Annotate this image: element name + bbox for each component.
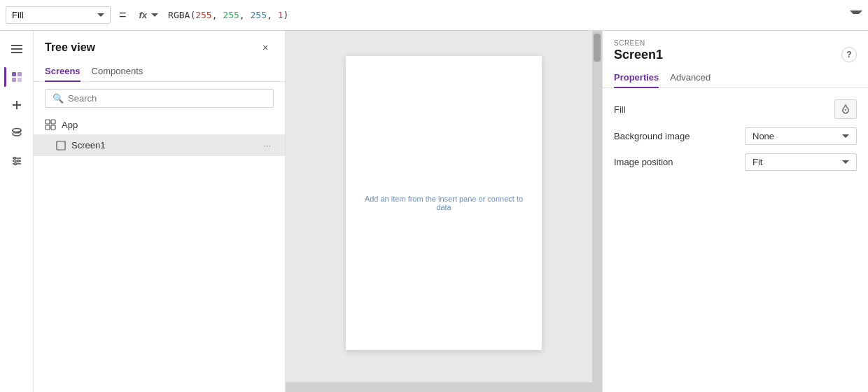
rgba-comma2: , [239, 10, 251, 20]
fx-button[interactable]: fx [135, 10, 163, 20]
settings-icon-btn[interactable] [4, 148, 29, 174]
tab-components[interactable]: Components [92, 62, 144, 82]
rgba-prefix: RGBA( [168, 10, 195, 20]
search-input[interactable] [68, 93, 266, 104]
svg-rect-1 [18, 72, 22, 76]
props-content: Fill Background image None Image posi [603, 88, 868, 182]
screen1-label: Screen1 [71, 140, 255, 150]
add-icon [10, 99, 23, 111]
props-header: SCREEN Screen1 ? [603, 31, 868, 62]
canvas-area: Add an item from the insert pane or conn… [286, 31, 602, 392]
property-label: Fill [12, 10, 24, 20]
app-label: App [62, 120, 274, 130]
fx-chevron [151, 13, 158, 17]
rgba-g: 255 [223, 10, 239, 20]
screen-type-label: SCREEN [614, 39, 857, 47]
background-image-label: Background image [614, 131, 745, 141]
tree-item-app[interactable]: App [34, 115, 285, 134]
layers-icon [10, 71, 23, 83]
image-position-select[interactable]: Fit [745, 153, 857, 171]
tree-panel: Tree view × Screens Components 🔍 [34, 31, 286, 392]
tab-screens[interactable]: Screens [45, 62, 80, 82]
rgba-r: 255 [195, 10, 211, 20]
sidebar-icons [0, 31, 34, 392]
property-selector-chevron [97, 13, 104, 17]
image-position-value: Fit [752, 157, 762, 167]
svg-rect-14 [51, 120, 55, 124]
canvas-hint: Add an item from the insert pane or conn… [346, 181, 542, 225]
image-position-chevron [842, 160, 849, 164]
close-icon: × [262, 42, 268, 53]
image-position-label: Image position [614, 157, 745, 167]
svg-rect-2 [12, 78, 16, 82]
svg-point-10 [13, 158, 15, 160]
properties-panel: SCREEN Screen1 ? Properties Advanced Fil… [602, 31, 868, 392]
data-icon [10, 127, 23, 139]
screen-icon [56, 141, 66, 150]
svg-rect-17 [57, 141, 65, 150]
props-tabs: Properties Advanced [603, 62, 868, 88]
svg-rect-15 [46, 125, 50, 130]
canvas-scrollbar-vertical[interactable] [592, 31, 602, 392]
svg-rect-0 [12, 72, 16, 76]
tree-items: App Screen1 ··· [34, 115, 285, 392]
insert-icon-btn[interactable] [4, 92, 29, 118]
data-icon-btn[interactable] [4, 120, 29, 146]
fill-row: Fill [614, 99, 857, 119]
background-image-row: Background image None [614, 127, 857, 145]
help-button[interactable]: ? [841, 47, 857, 62]
svg-rect-3 [18, 78, 22, 82]
image-position-row: Image position Fit [614, 153, 857, 171]
scroll-thumb-vertical[interactable] [594, 34, 601, 62]
settings-icon [10, 155, 23, 167]
menu-icon-btn[interactable] [4, 36, 29, 62]
tree-item-screen1[interactable]: Screen1 ··· [34, 134, 285, 156]
canvas-screen[interactable]: Add an item from the insert pane or conn… [346, 56, 542, 350]
rgba-comma3: , [267, 10, 278, 20]
svg-point-6 [13, 129, 21, 132]
tree-tabs: Screens Components [34, 62, 285, 82]
screen-name-row: Screen1 ? [614, 47, 857, 62]
background-image-chevron [842, 134, 849, 138]
help-icon: ? [846, 50, 851, 59]
search-icon: 🔍 [52, 93, 64, 104]
search-box: 🔍 [45, 89, 274, 108]
fill-label: Fill [614, 104, 834, 115]
paint-icon [841, 104, 850, 114]
svg-point-12 [14, 163, 16, 165]
tree-close-button[interactable]: × [257, 39, 274, 56]
hamburger-icon [11, 45, 22, 53]
formula-bar: Fill = fx RGBA( 255 , 255 , 255 , 1 ) [0, 0, 868, 31]
treeview-icon-btn[interactable] [4, 64, 29, 90]
background-image-value: None [752, 131, 774, 141]
app-grid-icon [45, 119, 56, 130]
screen-name: Screen1 [614, 48, 663, 62]
background-image-select[interactable]: None [745, 127, 857, 145]
main-layout: Tree view × Screens Components 🔍 [0, 31, 868, 392]
rgba-suffix: ) [283, 10, 288, 20]
svg-rect-16 [51, 125, 55, 130]
fill-color-button[interactable] [834, 99, 857, 119]
tree-title: Tree view [45, 41, 95, 54]
tab-advanced[interactable]: Advanced [670, 68, 710, 88]
fx-label: fx [139, 10, 148, 20]
svg-rect-13 [46, 120, 50, 124]
rgba-b: 255 [251, 10, 267, 20]
rgba-comma1: , [212, 10, 223, 20]
tab-properties[interactable]: Properties [614, 68, 659, 88]
tree-header: Tree view × [34, 31, 285, 62]
equals-sign: = [116, 8, 130, 22]
property-selector[interactable]: Fill [6, 6, 111, 24]
svg-point-18 [845, 109, 846, 111]
canvas-scrollbar-horizontal[interactable] [286, 382, 592, 392]
svg-point-11 [17, 160, 19, 162]
screen1-more-button[interactable]: ··· [260, 139, 274, 152]
formula-expand-chevron[interactable] [850, 10, 862, 20]
rgba-a: 1 [278, 10, 284, 20]
